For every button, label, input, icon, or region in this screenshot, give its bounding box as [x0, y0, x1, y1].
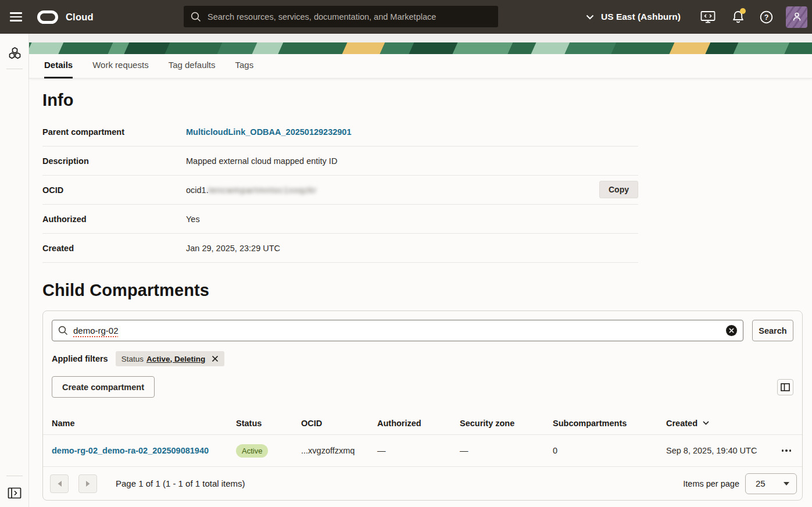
banner-segment [58, 42, 114, 54]
info-row-parent-compartment: Parent compartment MulticloudLink_ODBAA_… [42, 117, 638, 147]
column-header-ocid[interactable]: OCID [301, 419, 377, 428]
child-compartments-panel: demo-rg-02 Search Applied filters Sta [42, 310, 803, 501]
applied-filters-label: Applied filters [52, 354, 108, 363]
search-icon [191, 12, 201, 22]
region-selector[interactable]: US East (Ashburn) [586, 12, 681, 22]
banner-segment [610, 42, 675, 54]
compartment-name-link[interactable]: demo-rg-02_demo-ra-02_202509081940 [52, 446, 209, 455]
banner-segment [564, 42, 617, 54]
next-page-icon[interactable] [78, 474, 97, 493]
avatar[interactable] [786, 6, 807, 28]
sort-chevron-icon[interactable] [703, 421, 709, 425]
column-header-authorized[interactable]: Authorized [377, 419, 460, 428]
status-filter-chip: Status Active, Deleting [116, 351, 225, 366]
create-compartment-button[interactable]: Create compartment [52, 376, 155, 398]
cell-ocid: ...xvgzoffzxmq [301, 446, 377, 455]
info-row-authorized: Authorized Yes [42, 205, 638, 234]
copy-button[interactable]: Copy [599, 181, 638, 198]
banner-segment [123, 42, 171, 54]
column-header-created[interactable]: Created [666, 419, 771, 428]
cell-security-zone: — [460, 446, 553, 455]
search-icon [58, 326, 68, 335]
notifications-bell-icon[interactable] [732, 10, 745, 24]
compartments-table: Name Status OCID Authorized Security zon… [43, 412, 802, 500]
brand-label: Cloud [66, 12, 94, 23]
page-status-text: Page 1 of 1 (1 - 1 of 1 total items) [116, 479, 245, 488]
columns-settings-icon[interactable] [777, 379, 793, 395]
column-header-name[interactable]: Name [52, 419, 236, 428]
description-value: Mapped external cloud mapped entity ID [186, 156, 337, 166]
tab-tags[interactable]: Tags [235, 54, 254, 78]
pagination: Page 1 of 1 (1 - 1 of 1 total items) Ite… [43, 467, 802, 500]
chevron-down-icon [586, 15, 594, 20]
header-actions: US East (Ashburn) ? [586, 0, 812, 34]
expand-panel-icon[interactable] [0, 487, 29, 499]
cloud-shell-icon[interactable] [700, 10, 716, 24]
column-header-subcompartments[interactable]: Subcompartments [553, 419, 666, 428]
prev-page-icon[interactable] [50, 474, 69, 493]
cell-authorized: — [377, 446, 460, 455]
column-header-status[interactable]: Status [236, 419, 301, 428]
banner-segment [216, 42, 258, 54]
banner-segment [277, 42, 348, 54]
global-search-input[interactable] [208, 12, 491, 22]
main-content: Details Work requests Tag defaults Tags … [29, 34, 812, 507]
tab-details[interactable]: Details [44, 54, 73, 78]
search-button[interactable]: Search [752, 320, 793, 341]
authorized-value: Yes [186, 215, 200, 224]
ocid-redacted-value: tencwmpartmntoc1xxqzkr [209, 185, 317, 195]
banner-segment [408, 42, 459, 54]
region-label: US East (Ashburn) [601, 12, 681, 22]
items-per-page-select[interactable]: 25 [745, 473, 797, 494]
status-badge: Active [236, 444, 268, 458]
tab-tag-defaults[interactable]: Tag defaults [169, 54, 216, 78]
parent-compartment-link[interactable]: MulticloudLink_ODBAA_20250129232901 [186, 127, 352, 137]
filter-chip-prefix: Status [121, 355, 144, 363]
banner-segment [164, 42, 223, 54]
field-label: Description [42, 156, 186, 166]
clear-search-icon[interactable] [726, 325, 737, 336]
hamburger-menu-icon[interactable] [2, 0, 29, 34]
search-query-text: demo-rg-02 [73, 326, 119, 335]
info-field-list: Parent compartment MulticloudLink_ODBAA_… [42, 117, 638, 263]
info-title: Info [42, 78, 812, 110]
filter-chip-value[interactable]: Active, Deleting [146, 355, 205, 363]
field-label: Created [42, 244, 186, 253]
divider [6, 476, 23, 476]
items-per-page-value: 25 [756, 479, 766, 488]
created-value: Jan 29, 2025, 23:29 UTC [186, 244, 280, 253]
table-header-row: Name Status OCID Authorized Security zon… [43, 412, 802, 435]
decorative-banner [29, 42, 812, 54]
child-compartments-title: Child Compartments [42, 263, 812, 300]
detail-tabs: Details Work requests Tag defaults Tags [29, 54, 812, 78]
tab-work-requests[interactable]: Work requests [92, 54, 148, 78]
info-row-ocid: OCID ocid1. tencwmpartmntoc1xxqzkr Copy [42, 176, 638, 205]
top-header: Cloud US East (Ashburn) [0, 0, 812, 34]
global-search[interactable] [184, 6, 498, 27]
field-label: OCID [42, 185, 186, 195]
brand: Cloud [37, 10, 94, 24]
info-row-created: Created Jan 29, 2025, 23:29 UTC [42, 234, 638, 263]
field-label: Authorized [42, 215, 186, 224]
notification-badge [740, 8, 746, 14]
cell-created: Sep 8, 2025, 19:40 UTC [666, 446, 771, 455]
banner-segment [668, 42, 711, 54]
compartments-icon[interactable] [0, 47, 29, 62]
column-header-security-zone[interactable]: Security zone [460, 419, 553, 428]
oracle-logo [37, 10, 58, 24]
page-background-strip [29, 34, 812, 42]
field-label: Parent compartment [42, 127, 186, 137]
items-per-page-label: Items per page [683, 479, 739, 488]
table-row: demo-rg-02_demo-ra-02_202509081940 Activ… [43, 435, 802, 467]
banner-segment [732, 42, 790, 54]
row-actions-icon[interactable] [779, 447, 794, 454]
banner-segment [452, 42, 514, 54]
ocid-prefix: ocid1. [186, 185, 209, 195]
svg-text:?: ? [764, 13, 769, 22]
cell-subcompartments: 0 [553, 446, 666, 455]
info-row-description: Description Mapped external cloud mapped… [42, 147, 638, 176]
help-icon[interactable]: ? [760, 10, 773, 24]
remove-filter-icon[interactable] [212, 355, 219, 362]
compartment-search-input[interactable]: demo-rg-02 [52, 320, 743, 341]
banner-segment [341, 42, 386, 54]
